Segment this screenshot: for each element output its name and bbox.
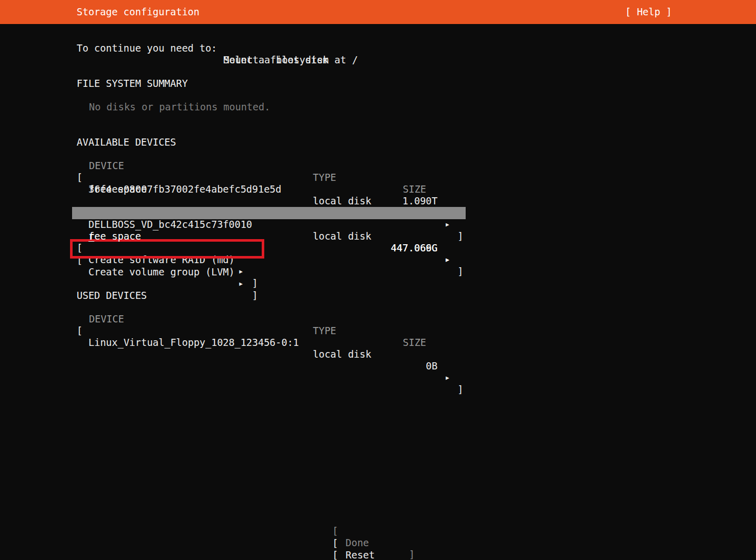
right-bracket: ] — [457, 266, 463, 277]
free-space-row-disk2-selected[interactable]: free space 447.066G ▶ — [0, 207, 756, 219]
available-devices-heading: AVAILABLE DEVICES — [77, 136, 176, 148]
done-button[interactable]: [ Done ] — [0, 514, 756, 525]
reset-button[interactable]: [ Reset ] — [0, 526, 756, 538]
column-size: SIZE — [403, 183, 426, 195]
device-name: DELLBOSS_VD_bc42c415c73f0010 — [88, 219, 252, 230]
free-space-row-disk1[interactable]: free space 1.090T ▶ — [0, 172, 756, 183]
used-devices-heading: USED DEVICES — [77, 290, 147, 301]
left-bracket: [ — [332, 549, 338, 560]
device-row-disk2[interactable]: [ DELLBOSS_VD_bc42c415c73f0010 local dis… — [0, 195, 756, 207]
free-space-size: 447.066G — [378, 242, 438, 254]
no-mounts-message: No disks or partitions mounted. — [89, 101, 270, 113]
page-title: Storage configuration — [77, 0, 199, 24]
file-system-summary-heading: FILE SYSTEM SUMMARY — [77, 78, 188, 89]
intro-line-1: To continue you need to: Mount a filesys… — [0, 31, 756, 42]
expand-arrow-icon: ▶ — [446, 219, 449, 230]
left-bracket: [ — [77, 254, 82, 266]
used-devices-column-header: DEVICE TYPE SIZE — [0, 301, 756, 313]
left-bracket: [ — [77, 325, 82, 337]
device-row-virtual-floppy[interactable]: [ Linux_Virtual_Floppy_1028_123456-0:1 l… — [0, 313, 756, 325]
free-space-label: free space — [88, 183, 147, 195]
right-bracket: ] — [409, 549, 415, 560]
storage-configuration-screen: Storage configuration [ Help ] To contin… — [0, 0, 756, 560]
selection-highlight — [72, 207, 466, 219]
reset-button-label: Reset — [346, 549, 375, 560]
device-row-disk1[interactable]: [ 36f4ee08007fb37002fe4abefc5d91e5d loca… — [0, 160, 756, 172]
right-bracket: ] — [457, 384, 463, 395]
available-devices-column-header: DEVICE TYPE SIZE — [0, 148, 756, 160]
titlebar: Storage configuration [ Help ] — [0, 0, 756, 24]
create-software-raid-label: Create software RAID (md) — [88, 254, 235, 266]
column-type: TYPE — [313, 325, 336, 337]
help-button[interactable]: [ Help ] — [625, 0, 672, 24]
device-size: 0B — [378, 360, 438, 372]
create-volume-group-label: Create volume group (LVM) — [88, 266, 235, 278]
expand-arrow-icon: ▶ — [239, 266, 243, 277]
file-system-summary-empty: No disks or partitions mounted. — [0, 89, 756, 101]
device-type: local disk — [313, 348, 371, 360]
used-devices-section: USED DEVICES — [0, 278, 756, 290]
available-devices-section: AVAILABLE DEVICES — [0, 125, 756, 136]
expand-arrow-icon: ▶ — [446, 372, 449, 384]
intro-line-2: Select a boot disk — [0, 42, 756, 54]
expand-arrow-icon: ▶ — [446, 254, 449, 266]
back-button[interactable]: [ Back ] — [0, 538, 756, 549]
device-name: Linux_Virtual_Floppy_1028_123456-0:1 — [88, 337, 299, 348]
requirement-boot-disk: Select a boot disk — [223, 54, 329, 66]
file-system-summary-section: FILE SYSTEM SUMMARY — [0, 66, 756, 78]
column-size: SIZE — [403, 337, 426, 348]
right-bracket: ] — [252, 290, 258, 301]
